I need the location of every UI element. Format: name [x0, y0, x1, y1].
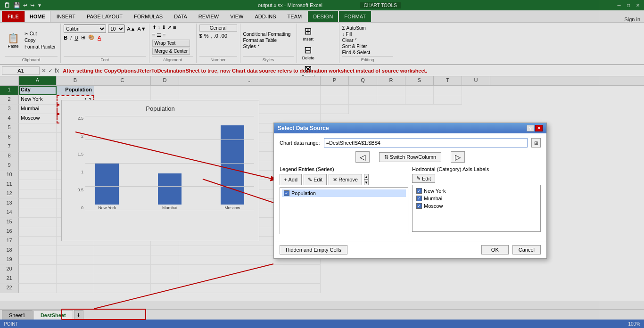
dialog-title: Select Data Source — [278, 125, 329, 131]
axis-list-item-mumbai[interactable]: ✓ Mumbai — [414, 195, 538, 202]
series-down-btn[interactable]: ▼ — [364, 180, 369, 185]
two-col-section: Legend Entries (Series) + Add ✎ Edit ✕ R… — [280, 166, 541, 234]
remove-icon: ✕ — [333, 177, 337, 183]
dialog-titlebar: Select Data Source ? ✕ — [274, 123, 546, 133]
legend-section: Legend Entries (Series) + Add ✎ Edit ✕ R… — [280, 166, 408, 234]
series-up-down: ▲ ▼ — [364, 174, 369, 185]
edit-axis-btn[interactable]: ✎ Edit — [412, 174, 435, 183]
select-data-source-dialog: Select Data Source ? ✕ Chart data range:… — [273, 123, 547, 259]
add-series-btn[interactable]: + Add — [280, 174, 302, 185]
axis-list-item-ny[interactable]: ✓ New York — [414, 187, 538, 195]
axis-section: Horizontal (Category) Axis Labels ✎ Edit… — [412, 166, 541, 234]
dialog-action-btns: OK Cancel — [481, 245, 541, 254]
chart-range-row: Chart data range: ⊞ — [280, 138, 541, 148]
axis-label-ny: New York — [424, 188, 446, 194]
dialog-footer: Hidden and Empty Cells OK Cancel — [274, 241, 546, 258]
axis-checkbox-ny[interactable]: ✓ — [416, 188, 422, 194]
switch-row-col-btn[interactable]: ⇅ Switch Row/Column — [379, 152, 441, 162]
chart-range-label: Chart data range: — [280, 140, 320, 146]
axis-checkbox-moscow[interactable]: ✓ — [416, 203, 422, 209]
axis-label-mumbai: Mumbai — [424, 196, 442, 201]
legend-title: Legend Entries (Series) — [280, 166, 408, 172]
legend-buttons: + Add ✎ Edit ✕ Remove ▲ ▼ — [280, 174, 408, 185]
hidden-empty-cells-btn[interactable]: Hidden and Empty Cells — [280, 245, 347, 254]
next-arrow-btn[interactable]: ▷ — [451, 151, 465, 163]
switch-row: ◁ ⇅ Switch Row/Column ▷ — [280, 151, 541, 163]
edit-axis-icon: ✎ — [416, 175, 421, 181]
series-up-btn[interactable]: ▲ — [364, 174, 369, 180]
axis-buttons: ✎ Edit — [412, 174, 541, 183]
dialog-controls: ? ✕ — [527, 125, 543, 131]
switch-icon: ⇅ — [384, 154, 390, 160]
chart-range-select-btn[interactable]: ⊞ — [531, 138, 541, 148]
axis-label-moscow: Moscow — [424, 203, 443, 209]
axis-list-item-moscow[interactable]: ✓ Moscow — [414, 202, 538, 210]
chart-range-input[interactable] — [324, 138, 528, 148]
axis-checkbox-mumbai[interactable]: ✓ — [416, 196, 422, 201]
axis-title: Horizontal (Category) Axis Labels — [412, 166, 541, 172]
edit-series-icon: ✎ — [308, 177, 312, 183]
axis-list: ✓ New York ✓ Mumbai ✓ Moscow — [412, 185, 541, 232]
remove-series-btn[interactable]: ✕ Remove — [329, 174, 362, 185]
dialog-body: Chart data range: ⊞ ◁ ⇅ Switch Row/Colum… — [274, 133, 546, 241]
dialog-close-btn[interactable]: ✕ — [535, 125, 543, 131]
ok-btn[interactable]: OK — [481, 245, 509, 254]
series-list-item[interactable]: ✓ Population — [282, 189, 406, 197]
add-icon: + — [284, 177, 287, 182]
dialog-help-btn[interactable]: ? — [527, 125, 534, 131]
prev-arrow-btn[interactable]: ◁ — [355, 151, 370, 163]
series-list: ✓ Population — [280, 187, 408, 234]
series-label: Population — [291, 190, 316, 196]
cancel-btn[interactable]: Cancel — [512, 245, 541, 254]
series-checkbox[interactable]: ✓ — [284, 190, 289, 196]
edit-series-btn[interactable]: ✎ Edit — [304, 174, 327, 185]
